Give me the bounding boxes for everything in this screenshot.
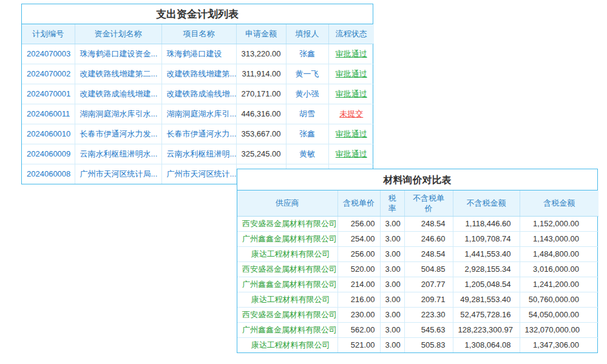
- filler-cell[interactable]: 黄小强: [286, 84, 328, 104]
- status-cell[interactable]: 审批通过: [328, 84, 374, 104]
- status-cell[interactable]: 审批通过: [328, 44, 374, 64]
- fund_plan_name-cell[interactable]: 广州市天河区统计局...: [75, 164, 161, 184]
- fund_plan_name-cell[interactable]: 湖南洞庭湖水库引水...: [75, 104, 161, 124]
- amount_without_tax-cell: 2,928,155.34: [453, 261, 520, 277]
- plan_id-cell[interactable]: 2024060009: [22, 144, 75, 164]
- table-row: 2024070001改建铁路成渝线增建...改建铁路成渝线增...270,171…: [22, 84, 374, 104]
- price_with_tax-cell: 230.00: [337, 307, 380, 322]
- column-header-apply_amount: 申请金额: [236, 24, 286, 44]
- project_name-cell[interactable]: 湖南洞庭湖水库引...: [161, 104, 236, 124]
- status-cell[interactable]: 审批通过: [328, 144, 374, 164]
- plan_id-cell[interactable]: 2024070002: [22, 64, 75, 84]
- status-cell[interactable]: 审批通过: [328, 64, 374, 84]
- table-row: 2024060009云南水利枢纽潜明水...云南水利枢纽潜明...325,245…: [22, 144, 374, 164]
- apply_amount-cell: 270,171.00: [236, 84, 286, 104]
- amount_with_tax-cell: 50,760,000.00: [520, 292, 599, 307]
- column-header-amount_with_tax: 含税金额: [520, 190, 599, 216]
- project_name-cell[interactable]: 改建铁路线增建第...: [161, 64, 236, 84]
- filler-cell[interactable]: 张鑫: [286, 44, 328, 64]
- apply_amount-cell: 353,667.00: [236, 124, 286, 144]
- apply_amount-cell: 446,316.00: [236, 104, 286, 124]
- table-row: 2024070003珠海鹤港口建设资金...珠海鹤港口建设313,220.00张…: [22, 44, 374, 64]
- project_name-cell[interactable]: 广州市天河区统计...: [161, 164, 236, 184]
- tax_rate-cell: 3.00: [380, 322, 404, 337]
- fund_plan_name-cell[interactable]: 改建铁路成渝线增建...: [75, 84, 161, 104]
- supplier-cell[interactable]: 西安盛器金属材料有限公司: [237, 261, 337, 277]
- plan_id-cell[interactable]: 2024070003: [22, 44, 75, 64]
- filler-cell[interactable]: 张鑫: [286, 124, 328, 144]
- tax_rate-cell: 3.00: [380, 246, 404, 261]
- material-inquiry-table-body: 西安盛器金属材料有限公司256.003.00248.541,118,446.60…: [237, 216, 599, 352]
- fund_plan_name-cell[interactable]: 改建铁路线增建第二...: [75, 64, 161, 84]
- tax_rate-cell: 3.00: [380, 261, 404, 277]
- fund_plan_name-cell[interactable]: 云南水利枢纽潜明水...: [75, 144, 161, 164]
- price_without_tax-cell: 209.71: [404, 292, 453, 307]
- column-header-project_name: 项目名称: [161, 24, 236, 44]
- amount_with_tax-cell: 54,050,000.00: [520, 307, 599, 322]
- material-inquiry-title: 材料询价对比表: [237, 169, 597, 190]
- supplier-cell[interactable]: 广州鑫鑫金属材料有限公司: [237, 277, 337, 292]
- amount_without_tax-cell: 128,223,300.97: [453, 322, 520, 337]
- tax_rate-cell: 3.00: [380, 337, 404, 352]
- amount_without_tax-cell: 1,308,064.08: [453, 337, 520, 352]
- price_without_tax-cell: 248.54: [404, 246, 453, 261]
- amount_without_tax-cell: 1,118,446.60: [453, 216, 520, 231]
- table-header-row: 计划编号资金计划名称项目名称申请金额填报人流程状态: [22, 24, 374, 44]
- price_without_tax-cell: 223.30: [404, 307, 453, 322]
- project_name-cell[interactable]: 改建铁路成渝线增...: [161, 84, 236, 104]
- expense-fund-plan-panel: 支出资金计划列表 计划编号资金计划名称项目名称申请金额填报人流程状态 20240…: [21, 4, 373, 184]
- filler-cell[interactable]: 黄一飞: [286, 64, 328, 84]
- amount_without_tax-cell: 49,281,553.40: [453, 292, 520, 307]
- plan_id-cell[interactable]: 2024060011: [22, 104, 75, 124]
- supplier-cell[interactable]: 广州鑫鑫金属材料有限公司: [237, 231, 337, 246]
- column-header-tax_rate: 税率: [380, 190, 404, 216]
- fund_plan_name-cell[interactable]: 珠海鹤港口建设资金...: [75, 44, 161, 64]
- expense-plan-table-body: 2024070003珠海鹤港口建设资金...珠海鹤港口建设313,220.00张…: [22, 44, 374, 184]
- table-row: 广州鑫鑫金属材料有限公司254.003.00246.601,109,708.74…: [237, 231, 599, 246]
- price_with_tax-cell: 216.00: [337, 292, 380, 307]
- amount_without_tax-cell: 1,205,048.54: [453, 277, 520, 292]
- expense-plan-table: 计划编号资金计划名称项目名称申请金额填报人流程状态 2024070003珠海鹤港…: [22, 24, 374, 184]
- supplier-cell[interactable]: 康达工程材料有限公司: [237, 337, 337, 352]
- fund_plan_name-cell[interactable]: 长春市伊通河水力发...: [75, 124, 161, 144]
- amount_with_tax-cell: 1,484,800.00: [520, 246, 599, 261]
- amount_without_tax-cell: 1,109,708.74: [453, 231, 520, 246]
- column-header-status: 流程状态: [328, 24, 374, 44]
- table-row: 康达工程材料有限公司521.003.00505.831,308,064.081,…: [237, 337, 599, 352]
- price_without_tax-cell: 207.77: [404, 277, 453, 292]
- amount_with_tax-cell: 1,241,200.00: [520, 277, 599, 292]
- price_with_tax-cell: 214.00: [337, 277, 380, 292]
- table-row: 康达工程材料有限公司256.003.00248.541,441,553.401,…: [237, 246, 599, 261]
- table-row: 2024070002改建铁路线增建第二...改建铁路线增建第...311,914…: [22, 64, 374, 84]
- tax_rate-cell: 3.00: [380, 216, 404, 231]
- project_name-cell[interactable]: 珠海鹤港口建设: [161, 44, 236, 64]
- amount_with_tax-cell: 1,152,000.00: [520, 216, 599, 231]
- table-header-row: 供应商含税单价税率不含税单价不含税金额含税金额: [237, 190, 599, 216]
- supplier-cell[interactable]: 广州鑫鑫金属材料有限公司: [237, 322, 337, 337]
- status-cell[interactable]: 审批通过: [328, 124, 374, 144]
- plan_id-cell[interactable]: 2024070001: [22, 84, 75, 104]
- supplier-cell[interactable]: 康达工程材料有限公司: [237, 292, 337, 307]
- column-header-price_without_tax: 不含税单价: [404, 190, 453, 216]
- filler-cell[interactable]: 黄敏: [286, 144, 328, 164]
- project_name-cell[interactable]: 长春市伊通河水力...: [161, 124, 236, 144]
- amount_without_tax-cell: 1,441,553.40: [453, 246, 520, 261]
- table-row: 西安盛器金属材料有限公司520.003.00504.852,928,155.34…: [237, 261, 599, 277]
- tax_rate-cell: 3.00: [380, 277, 404, 292]
- supplier-cell[interactable]: 西安盛器金属材料有限公司: [237, 216, 337, 231]
- project_name-cell[interactable]: 云南水利枢纽潜明...: [161, 144, 236, 164]
- column-header-amount_without_tax: 不含税金额: [453, 190, 520, 216]
- column-header-supplier: 供应商: [237, 190, 337, 216]
- supplier-cell[interactable]: 西安盛器金属材料有限公司: [237, 307, 337, 322]
- price_without_tax-cell: 248.54: [404, 216, 453, 231]
- apply_amount-cell: 325,245.00: [236, 144, 286, 164]
- status-cell[interactable]: 未提交: [328, 104, 374, 124]
- plan_id-cell[interactable]: 2024060010: [22, 124, 75, 144]
- plan_id-cell[interactable]: 2024060008: [22, 164, 75, 184]
- tax_rate-cell: 3.00: [380, 231, 404, 246]
- price_without_tax-cell: 505.83: [404, 337, 453, 352]
- filler-cell[interactable]: 胡雪: [286, 104, 328, 124]
- supplier-cell[interactable]: 康达工程材料有限公司: [237, 246, 337, 261]
- price_without_tax-cell: 246.60: [404, 231, 453, 246]
- column-header-price_with_tax: 含税单价: [337, 190, 380, 216]
